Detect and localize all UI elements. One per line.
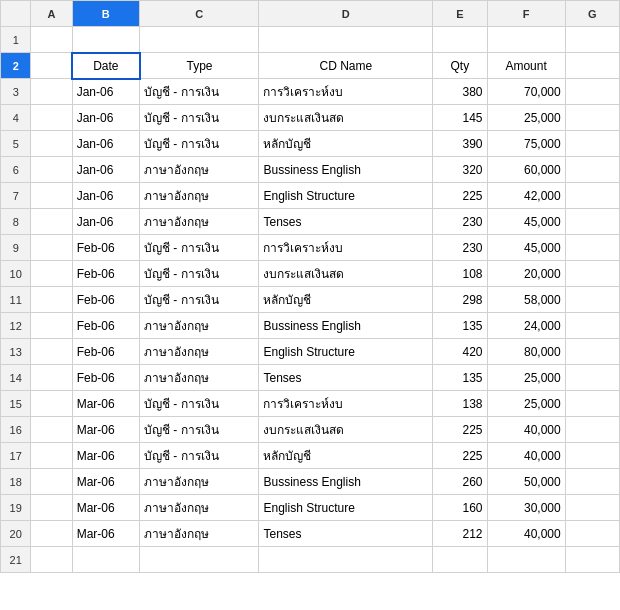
cell-qty[interactable]: 135 <box>433 365 487 391</box>
cell-a[interactable] <box>31 183 72 209</box>
cell-g[interactable] <box>565 131 619 157</box>
cell-amount[interactable]: 30,000 <box>487 495 565 521</box>
cell-date[interactable]: Feb-06 <box>72 365 139 391</box>
cell-cdname[interactable]: การวิเคราะห์งบ <box>259 391 433 417</box>
cell-a[interactable] <box>31 287 72 313</box>
cell-g[interactable] <box>565 313 619 339</box>
cell-type[interactable]: บัญชี - การเงิน <box>140 417 259 443</box>
cell-type[interactable]: ภาษาอังกฤษ <box>140 495 259 521</box>
cell-cdname[interactable]: English Structure <box>259 183 433 209</box>
cell-a[interactable] <box>31 157 72 183</box>
cell-qty[interactable]: 225 <box>433 443 487 469</box>
cell-a[interactable] <box>31 469 72 495</box>
cell-2a[interactable] <box>31 53 72 79</box>
cell-g[interactable] <box>565 391 619 417</box>
cell-qty[interactable]: 420 <box>433 339 487 365</box>
col-header-c[interactable]: C <box>140 1 259 27</box>
cell-qty[interactable]: 225 <box>433 183 487 209</box>
cell-type[interactable]: ภาษาอังกฤษ <box>140 183 259 209</box>
cell-type[interactable]: ภาษาอังกฤษ <box>140 469 259 495</box>
cell-type[interactable]: ภาษาอังกฤษ <box>140 313 259 339</box>
cell-date[interactable]: Mar-06 <box>72 469 139 495</box>
cell-qty[interactable]: 230 <box>433 235 487 261</box>
cell-qty[interactable]: 160 <box>433 495 487 521</box>
cell-cdname-header[interactable]: CD Name <box>259 53 433 79</box>
cell-cdname[interactable]: การวิเคราะห์งบ <box>259 235 433 261</box>
cell-2g[interactable] <box>565 53 619 79</box>
cell-qty[interactable]: 212 <box>433 521 487 547</box>
cell-qty[interactable]: 320 <box>433 157 487 183</box>
cell-cdname[interactable]: หลักบัญชี <box>259 287 433 313</box>
cell-g[interactable] <box>565 521 619 547</box>
cell-a[interactable] <box>31 365 72 391</box>
cell-type[interactable] <box>140 547 259 573</box>
cell-a[interactable] <box>31 495 72 521</box>
cell-g[interactable] <box>565 495 619 521</box>
cell-g[interactable] <box>565 547 619 573</box>
cell-g[interactable] <box>565 79 619 105</box>
cell-1b[interactable] <box>72 27 139 53</box>
cell-g[interactable] <box>565 105 619 131</box>
cell-amount[interactable]: 40,000 <box>487 417 565 443</box>
cell-type[interactable]: ภาษาอังกฤษ <box>140 521 259 547</box>
cell-a[interactable] <box>31 547 72 573</box>
cell-type[interactable]: บัญชี - การเงิน <box>140 261 259 287</box>
cell-amount[interactable]: 58,000 <box>487 287 565 313</box>
cell-amount[interactable]: 25,000 <box>487 105 565 131</box>
cell-date[interactable]: Mar-06 <box>72 521 139 547</box>
cell-amount[interactable]: 25,000 <box>487 391 565 417</box>
cell-g[interactable] <box>565 209 619 235</box>
cell-date[interactable]: Mar-06 <box>72 391 139 417</box>
cell-date[interactable]: Feb-06 <box>72 235 139 261</box>
cell-type[interactable]: ภาษาอังกฤษ <box>140 157 259 183</box>
cell-type[interactable]: ภาษาอังกฤษ <box>140 339 259 365</box>
cell-g[interactable] <box>565 339 619 365</box>
cell-cdname[interactable]: หลักบัญชี <box>259 131 433 157</box>
cell-date[interactable] <box>72 547 139 573</box>
col-header-f[interactable]: F <box>487 1 565 27</box>
cell-a[interactable] <box>31 261 72 287</box>
cell-date[interactable]: Mar-06 <box>72 443 139 469</box>
cell-type[interactable]: บัญชี - การเงิน <box>140 443 259 469</box>
cell-cdname[interactable] <box>259 547 433 573</box>
cell-type[interactable]: บัญชี - การเงิน <box>140 391 259 417</box>
cell-cdname[interactable]: Tenses <box>259 209 433 235</box>
cell-cdname[interactable]: Tenses <box>259 365 433 391</box>
cell-type[interactable]: บัญชี - การเงิน <box>140 105 259 131</box>
cell-cdname[interactable]: งบกระแสเงินสด <box>259 105 433 131</box>
cell-qty[interactable]: 108 <box>433 261 487 287</box>
cell-cdname[interactable]: หลักบัญชี <box>259 443 433 469</box>
cell-qty[interactable]: 390 <box>433 131 487 157</box>
cell-date-header[interactable]: Date <box>72 53 139 79</box>
cell-date[interactable]: Jan-06 <box>72 157 139 183</box>
cell-cdname[interactable]: Tenses <box>259 521 433 547</box>
cell-type-header[interactable]: Type <box>140 53 259 79</box>
cell-1e[interactable] <box>433 27 487 53</box>
cell-qty[interactable]: 298 <box>433 287 487 313</box>
cell-amount[interactable]: 45,000 <box>487 235 565 261</box>
cell-1a[interactable] <box>31 27 72 53</box>
cell-cdname[interactable]: Bussiness English <box>259 157 433 183</box>
cell-cdname[interactable]: English Structure <box>259 339 433 365</box>
cell-date[interactable]: Jan-06 <box>72 79 139 105</box>
cell-type[interactable]: บัญชี - การเงิน <box>140 79 259 105</box>
cell-1c[interactable] <box>140 27 259 53</box>
cell-amount-header[interactable]: Amount <box>487 53 565 79</box>
cell-a[interactable] <box>31 131 72 157</box>
cell-amount[interactable]: 24,000 <box>487 313 565 339</box>
cell-a[interactable] <box>31 105 72 131</box>
cell-type[interactable]: ภาษาอังกฤษ <box>140 209 259 235</box>
cell-qty[interactable]: 225 <box>433 417 487 443</box>
cell-cdname[interactable]: Bussiness English <box>259 469 433 495</box>
col-header-g[interactable]: G <box>565 1 619 27</box>
cell-date[interactable]: Feb-06 <box>72 313 139 339</box>
cell-amount[interactable]: 50,000 <box>487 469 565 495</box>
cell-amount[interactable]: 75,000 <box>487 131 565 157</box>
cell-date[interactable]: Feb-06 <box>72 339 139 365</box>
col-header-a[interactable]: A <box>31 1 72 27</box>
cell-1f[interactable] <box>487 27 565 53</box>
cell-amount[interactable]: 40,000 <box>487 521 565 547</box>
cell-type[interactable]: บัญชี - การเงิน <box>140 287 259 313</box>
cell-date[interactable]: Jan-06 <box>72 209 139 235</box>
cell-amount[interactable]: 42,000 <box>487 183 565 209</box>
